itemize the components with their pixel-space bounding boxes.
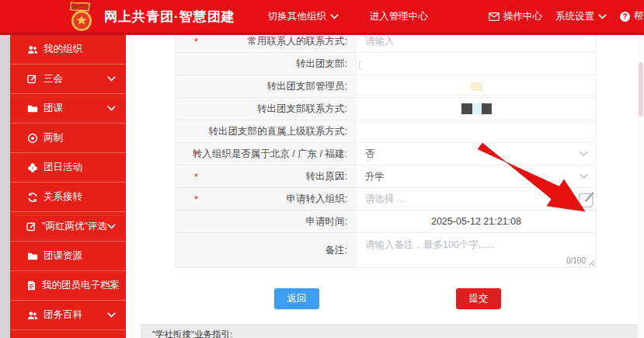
form-row-transfer-out-branch: 转出团支部:( [176, 53, 596, 75]
sidebar-item-league-affairs-wiki[interactable]: 团务百科 [10, 301, 126, 330]
sidebar-item-two-reds-two-excellences[interactable]: "两红两优"评选 [10, 212, 126, 242]
sidebar-item-league-day-activity[interactable]: 团日活动 [10, 153, 126, 183]
input-placeholder: 请输入 [365, 35, 395, 48]
field-label-text: 申请转入组织: [287, 193, 347, 206]
sidebar-item-label: 两制 [44, 131, 63, 145]
left-gutter [0, 35, 10, 338]
form-label-transfer-out-branch-contact: 转出团支部联系方式: [176, 98, 357, 120]
form-value-apply-time: 2025-05-12 21:21:08 [357, 211, 596, 233]
redacted-value: ( [358, 58, 361, 70]
edit-icon [26, 221, 37, 232]
field-label-text: 转入组织是否属于北京 / 广东 / 福建: [193, 148, 347, 161]
required-asterisk: * [194, 36, 198, 47]
system-settings-label: 系统设置 [555, 10, 594, 23]
form-label-remarks: 备注: [176, 233, 357, 268]
header-right-group: 操作中心 系统设置 ? 帮助 [489, 10, 644, 23]
folder-icon [26, 251, 38, 262]
system-settings-dropdown[interactable]: 系统设置 [555, 10, 607, 23]
picker-placeholder: 请选择 ... [365, 193, 405, 206]
chevron-down-icon [107, 224, 116, 229]
form-label-apply-target-org: *申请转入组织: [176, 188, 357, 211]
field-label-text: 申请时间: [306, 215, 347, 228]
scrollbar-thumb[interactable] [639, 62, 643, 117]
form-row-transfer-reason: *转出原因:升学 [176, 166, 596, 188]
sidebar-item-two-systems[interactable]: 两制 [10, 124, 126, 153]
chevron-down-icon [330, 14, 339, 19]
folder-icon [26, 103, 38, 114]
chevron-down-icon [598, 14, 607, 19]
field-label-text: 转出原因: [306, 170, 347, 183]
target-icon [26, 133, 38, 144]
sidebar-item-label: 三会 [44, 72, 63, 85]
char-counter: 0/100 [566, 256, 586, 265]
resize-handle-icon[interactable] [587, 259, 595, 267]
form-label-target-org-bj-gd-fj: *转入组织是否属于北京 / 广东 / 福建: [176, 143, 357, 166]
form-value-transfer-reason[interactable]: 升学 [357, 166, 596, 188]
required-asterisk: * [194, 148, 198, 160]
switch-org-label: 切换其他组织 [268, 10, 326, 23]
form-value-target-org-bj-gd-fj[interactable]: 否 [357, 143, 596, 166]
users-icon [26, 310, 38, 321]
form-label-transfer-out-branch: 转出团支部: [176, 53, 357, 75]
action-center-link[interactable]: 操作中心 [489, 10, 542, 23]
sidebar-item-label: 我的团员电子档案 [42, 279, 120, 292]
form-row-remarks: 备注:请输入备注，最多100个字......0/100 [176, 233, 596, 268]
chevron-down-icon [580, 152, 588, 157]
sidebar-item-my-organization[interactable]: 我的组织 [10, 35, 126, 64]
transfer-form-table: *常用联系人的联系方式:请输入转出团支部:(转出团支部管理员:转出团支部联系方式… [175, 30, 597, 268]
users-icon [26, 44, 38, 55]
help-link[interactable]: ? 帮助 [620, 10, 644, 23]
back-button[interactable]: 返回 [274, 288, 319, 309]
sidebar-item-relationship-transfer[interactable]: 关系接转 [10, 183, 126, 212]
form-value-transfer-out-branch-contact [357, 98, 596, 120]
form-value-transfer-out-branch: ( [357, 53, 596, 75]
enter-admin-label: 进入管理中心 [370, 10, 428, 23]
scrollbar-track[interactable] [638, 35, 644, 338]
select-value: 升学 [365, 170, 385, 183]
apply-time-value: 2025-05-12 21:21:08 [431, 216, 521, 227]
form-value-remarks[interactable]: 请输入备注，最多100个字......0/100 [357, 233, 596, 268]
field-label-text: 备注: [325, 244, 347, 257]
form-label-transfer-out-superior-contact: 转出团支部的直属上级联系方式: [176, 120, 357, 143]
sidebar-item-label: 团课 [44, 102, 63, 115]
field-label-text: 转出团支部: [296, 57, 347, 71]
sidebar-nav: 我的组织三会团课两制团日活动关系接转"两红两优"评选团课资源我的团员电子档案团务… [10, 35, 126, 338]
edit-icon [26, 74, 38, 84]
sidebar-item-league-class[interactable]: 团课 [10, 94, 126, 124]
redacted-value [461, 103, 492, 114]
form-label-apply-time: 申请时间: [176, 211, 357, 233]
enter-admin-link[interactable]: 进入管理中心 [370, 10, 428, 23]
form-row-apply-time: 申请时间:2025-05-12 21:21:08 [176, 211, 596, 233]
app-root: 网上共青团·智慧团建 切换其他组织 进入管理中心 操作中心 系统设置 ? 帮助 … [0, 0, 644, 338]
redacted-value [471, 82, 482, 91]
form-row-transfer-out-branch-admin: 转出团支部管理员: [176, 75, 596, 98]
form-row-apply-target-org: *申请转入组织:请选择 ... [176, 188, 596, 211]
sidebar-item-label: 团务百科 [44, 308, 82, 322]
action-center-label: 操作中心 [503, 10, 542, 23]
form-value-transfer-out-branch-admin [357, 75, 596, 98]
guide-box: "学社衔接"业务指引: [141, 324, 644, 338]
sidebar-item-league-class-resources[interactable]: 团课资源 [10, 242, 126, 271]
submit-button[interactable]: 提交 [456, 288, 501, 309]
sidebar-item-label: 团日活动 [44, 161, 82, 174]
envelope-icon [489, 12, 500, 21]
required-asterisk: * [194, 171, 198, 183]
sidebar-item-three-meetings[interactable]: 三会 [10, 64, 126, 94]
form-value-apply-target-org[interactable]: 请选择 ... [357, 188, 596, 211]
league-emblem-logo [65, 1, 98, 32]
refresh-icon [26, 192, 38, 203]
form-label-transfer-reason: *转出原因: [176, 166, 357, 188]
open-org-picker-button[interactable] [577, 190, 596, 208]
form-row-transfer-out-superior-contact: 转出团支部的直属上级联系方式: [176, 120, 596, 143]
brand-title: 网上共青团·智慧团建 [104, 8, 235, 26]
guide-title: "学社衔接"业务指引: [152, 329, 232, 338]
form-row-transfer-out-branch-contact: 转出团支部联系方式: [176, 98, 596, 120]
chevron-down-icon [580, 174, 588, 179]
sidebar-item-my-member-e-archive[interactable]: 我的团员电子档案 [10, 271, 126, 301]
document-icon [26, 281, 37, 291]
sidebar-item-label: 我的组织 [44, 43, 82, 56]
sidebar-item-label: 团课资源 [44, 249, 82, 263]
switch-org-dropdown[interactable]: 切换其他组织 [268, 10, 339, 23]
textarea-placeholder: 请输入备注，最多100个字...... [365, 239, 495, 252]
chevron-down-icon [107, 106, 116, 111]
